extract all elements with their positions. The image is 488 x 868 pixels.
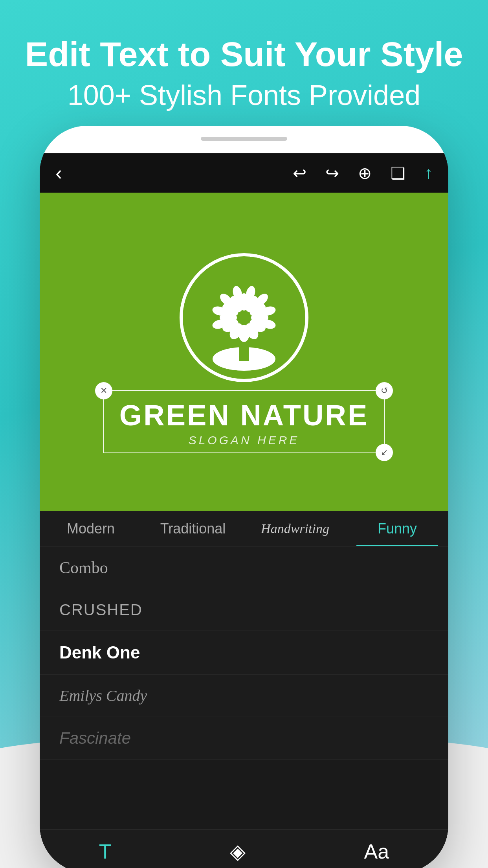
share-button[interactable]: ↑ xyxy=(424,164,433,182)
fill-tool-button[interactable]: ◈ xyxy=(230,840,246,863)
tab-handwriting[interactable]: Handwriting xyxy=(244,511,346,546)
font-list: Combo CRUSHED Denk One Emilys Candy Fasc… xyxy=(40,546,448,760)
duplicate-button[interactable]: ❏ xyxy=(391,164,405,183)
logo-canvas: ✕ ↺ ↙ GREEN NATURE SLOGAN HERE xyxy=(40,193,448,511)
tab-funny[interactable]: Funny xyxy=(346,511,448,546)
toolbar-actions: ↩ ↪ ⊕ ❏ ↑ xyxy=(293,164,433,183)
redo-button[interactable]: ↪ xyxy=(325,164,339,183)
font-item-fascinate[interactable]: Fascinate xyxy=(40,717,448,760)
font-name-emilys-candy: Emilys Candy xyxy=(59,687,147,704)
font-size-tool-button[interactable]: Aa xyxy=(364,840,389,863)
phone-mockup: ‹ ↩ ↪ ⊕ ❏ ↑ xyxy=(40,126,448,868)
svg-point-14 xyxy=(238,325,250,342)
app-screen: ‹ ↩ ↪ ⊕ ❏ ↑ xyxy=(40,153,448,868)
font-item-crushed[interactable]: CRUSHED xyxy=(40,589,448,631)
font-item-denk-one[interactable]: Denk One xyxy=(40,631,448,675)
tab-modern[interactable]: Modern xyxy=(40,511,142,546)
layers-button[interactable]: ⊕ xyxy=(358,164,372,183)
font-tabs: Modern Traditional Handwriting Funny xyxy=(40,511,448,546)
page-subtitle: 100+ Stylish Fonts Provided xyxy=(24,78,464,112)
text-selection-box[interactable]: ✕ ↺ ↙ GREEN NATURE SLOGAN HERE xyxy=(103,390,385,453)
rotate-handle[interactable]: ↺ xyxy=(376,382,393,399)
scale-handle[interactable]: ↙ xyxy=(376,444,393,461)
tree-logo xyxy=(177,251,311,386)
font-item-emilys-candy[interactable]: Emilys Candy xyxy=(40,675,448,717)
text-tool-button[interactable]: T xyxy=(99,840,112,863)
undo-button[interactable]: ↩ xyxy=(293,164,306,183)
logo-main-text[interactable]: GREEN NATURE xyxy=(119,399,369,432)
font-name-fascinate: Fascinate xyxy=(59,729,131,747)
phone-notch xyxy=(201,137,287,141)
logo-slogan-text[interactable]: SLOGAN HERE xyxy=(119,434,369,447)
font-item-combo[interactable]: Combo xyxy=(40,546,448,589)
tab-traditional[interactable]: Traditional xyxy=(142,511,244,546)
app-toolbar: ‹ ↩ ↪ ⊕ ❏ ↑ xyxy=(40,153,448,193)
font-name-denk-one: Denk One xyxy=(59,643,140,662)
page-title: Edit Text to Suit Your Style xyxy=(24,35,464,74)
font-name-combo: Combo xyxy=(59,559,108,577)
bottom-toolbar: T ◈ Aa xyxy=(40,829,448,868)
font-name-crushed: CRUSHED xyxy=(59,601,143,618)
back-button[interactable]: ‹ xyxy=(55,161,62,185)
close-handle[interactable]: ✕ xyxy=(95,382,112,399)
